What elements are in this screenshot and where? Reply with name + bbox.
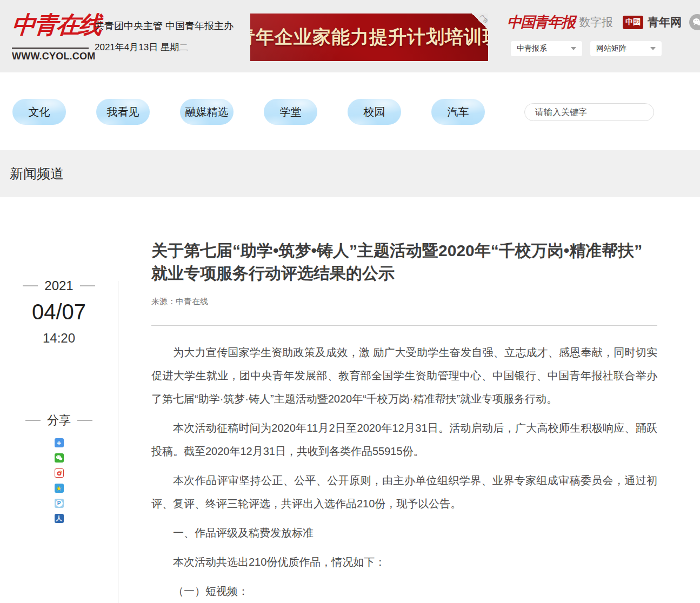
article-title: 关于第七届“助学•筑梦•铸人”主题活动暨2020年“千校万岗•精准帮扶”就业专项… [151,239,657,285]
site-logo[interactable]: 中青在线 WWW.CYOL.COM [12,3,89,62]
dropdown-site-matrix-label: 网站矩阵 [596,44,626,53]
wechat-bubbles-glyph [56,455,63,461]
nav-item-media-picks[interactable]: 融媒精选 [180,99,234,125]
article-paragraph: 本次活动共选出210份优质作品，情况如下： [151,551,657,574]
publish-date-block: 2021 04/07 14:20 [0,278,118,346]
article: 关于第七届“助学•筑梦•铸人”主题活动暨2020年“千校万岗•精准帮扶”就业专项… [151,239,657,603]
main-content: 2021 04/07 14:20 分享 + [0,197,700,603]
publish-year: 2021 [44,278,73,293]
ad-banner[interactable]: 青年企业家能力提升计划培训班 广告 [250,14,488,61]
share-label: 分享 [47,412,71,428]
share-row: 分享 [0,412,118,428]
ad-tag-label: 广告 [478,14,488,25]
china-youth-daily-logo[interactable]: 中国青年报 [507,12,575,32]
partner-logos: 中国青年报 数字报 中國 青年网 [507,13,700,31]
nav-item-i-see[interactable]: 我看见 [96,99,150,125]
dash-right [80,285,95,286]
article-section-heading: 一、作品评级及稿费发放标准 [151,521,657,545]
article-paragraph: 本次作品评审坚持公正、公平、公开原则，由主办单位组织学界、业界专家组成审稿委员会… [151,469,657,515]
article-source: 来源：中青在线 [151,297,657,307]
tencent-weibo-glyph: P [56,500,63,507]
share-renren-icon[interactable]: 人 [55,514,64,523]
share-wechat-icon[interactable] [55,453,64,463]
search-input[interactable] [535,108,647,117]
header-dropdowns: 中青报系 网站矩阵 [511,41,662,56]
article-paragraph: 为大力宣传国家学生资助政策及成效，激 励广大受助学生奋发自强、立志成才、感恩奉献… [151,341,657,411]
digital-paper-label[interactable]: 数字报 [579,15,613,30]
nav-item-culture[interactable]: 文化 [12,99,66,125]
logo-divider [12,48,89,49]
share-block: 分享 + ★ P [0,412,118,523]
publish-day: 04/07 [0,300,118,324]
dropdown-cyol-papers[interactable]: 中青报系 [511,41,582,56]
dropdown-site-matrix[interactable]: 网站矩阵 [590,41,662,56]
share-qzone-icon[interactable]: ★ [55,484,64,493]
supervisor-line: 共青团中央主管 中国青年报主办 [95,19,234,32]
main-nav: 文化 我看见 融媒精选 学堂 校园 汽车 [0,72,700,150]
year-row: 2021 [0,278,118,293]
cyol-logo-calligraphy: 中青在线 [10,3,90,46]
ad-corner-ribbon: 广告 [472,14,488,30]
youth-net-badge[interactable]: 中國 [623,16,643,29]
chevron-down-icon [650,47,656,50]
ad-banner-text: 青年企业家能力提升计划培训班 [250,25,488,50]
article-paragraph: 本次活动征稿时间为2020年11月2日至2020年12月31日。活动启动后，广大… [151,417,657,463]
chevron-down-icon [571,47,576,50]
article-subsection-heading: （一）短视频： [151,580,657,603]
youth-net-label[interactable]: 青年网 [648,15,682,30]
weibo-eye-glyph [56,470,63,477]
share-tencent-weibo-icon[interactable]: P [55,499,64,508]
wechat-bubbles-glyph [692,18,700,26]
share-icon-list: + ★ P 人 [0,438,118,523]
article-divider [151,325,657,326]
share-sina-weibo-icon[interactable] [55,468,64,478]
dash-left [25,420,41,421]
share-more-icon[interactable]: + [55,438,64,447]
channel-title: 新闻频道 [10,165,64,183]
channel-band: 新闻频道 [0,150,700,197]
header-date: 2021年4月13日 星期二 [95,41,188,53]
nav-item-auto[interactable]: 汽车 [431,99,485,125]
publish-time: 14:20 [0,331,118,346]
logo-url: WWW.CYOL.COM [12,51,89,62]
dash-left [23,285,38,286]
wechat-icon[interactable] [689,14,700,30]
nav-item-campus[interactable]: 校园 [348,99,401,125]
nav-item-school[interactable]: 学堂 [264,99,317,125]
search-box[interactable] [524,103,654,121]
sidebar-divider [118,281,118,603]
dash-right [77,420,92,421]
top-header: 中青在线 WWW.CYOL.COM 共青团中央主管 中国青年报主办 2021年4… [0,0,700,72]
nav-button-row: 文化 我看见 融媒精选 学堂 校园 汽车 [12,99,485,125]
dropdown-cyol-papers-label: 中青报系 [517,44,547,53]
